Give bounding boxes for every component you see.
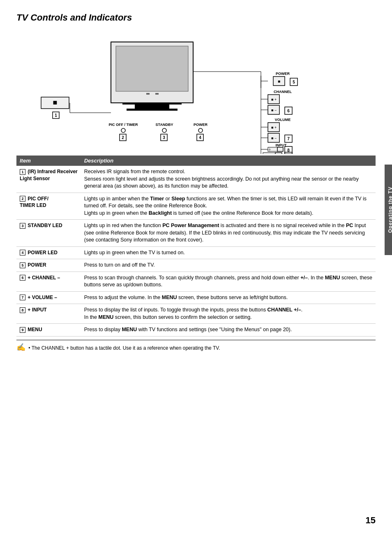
item-label: 4 POWER LED [16, 246, 81, 259]
svg-text:■ +: ■ + [271, 98, 277, 102]
item-number: 1 [20, 169, 25, 175]
svg-text:■ −: ■ − [271, 108, 277, 112]
svg-rect-54 [275, 153, 282, 154]
item-label: 5 POWER [16, 259, 81, 272]
svg-text:■: ■ [278, 79, 280, 84]
item-label: 7 + VOLUME – [16, 291, 81, 304]
table-header-item: Item [16, 156, 81, 166]
table-row: 6 + CHANNEL – Press to scan through chan… [16, 272, 376, 291]
item-description: Press to scan through channels. To scan … [81, 272, 376, 291]
table-row: 8 + INPUT Press to display the list of i… [16, 304, 376, 324]
item-label: 6 + CHANNEL – [16, 272, 81, 291]
table-row: 1 (IR) Infrared Receiver Light Sensor Re… [16, 166, 376, 193]
table-row: 5 POWER Press to turn on and off the TV. [16, 259, 376, 272]
svg-text:POWER: POWER [276, 72, 290, 76]
svg-rect-5 [116, 46, 188, 91]
item-label: 3 STANDBY LED [16, 220, 81, 247]
table-row: 9 MENU Press to display MENU with TV fun… [16, 324, 376, 337]
svg-text:■: ■ [53, 98, 58, 107]
svg-text:4: 4 [199, 135, 201, 140]
svg-rect-7 [155, 93, 159, 95]
svg-text:7: 7 [287, 137, 290, 141]
item-description: Press to display the list of inputs. To … [81, 304, 376, 324]
item-label: 8 + INPUT [16, 304, 81, 324]
item-label: 1 (IR) Infrared Receiver Light Sensor [16, 166, 81, 193]
item-number: 2 [20, 196, 25, 202]
side-tab: Operating the TV [385, 165, 392, 255]
page-number: 15 [366, 515, 376, 526]
item-description: Press to display MENU with TV functions … [81, 324, 376, 337]
item-description: Press to turn on and off the TV. [81, 259, 376, 272]
svg-text:■ −: ■ − [271, 136, 277, 140]
item-label: 9 MENU [16, 324, 81, 337]
item-description: Lights up in green when the TV is turned… [81, 246, 376, 259]
svg-rect-6 [146, 93, 150, 95]
svg-rect-8 [122, 103, 182, 104]
controls-table: Item Description 1 (IR) Infrared Receive… [16, 156, 376, 337]
svg-rect-9 [135, 104, 169, 109]
item-description: Receives IR signals from the remote cont… [81, 166, 376, 193]
table-row: 2 PIC OFF/TIMER LED Lights up in amber w… [16, 193, 376, 220]
item-description: Lights up in red when the function PC Po… [81, 220, 376, 247]
item-label: 2 PIC OFF/TIMER LED [16, 193, 81, 220]
item-number: 3 [20, 223, 25, 229]
item-number: 5 [20, 262, 25, 268]
table-row: 4 POWER LED Lights up in green when the … [16, 246, 376, 259]
svg-text:5: 5 [293, 80, 295, 84]
item-description: Press to adjust the volume. In the MENU … [81, 291, 376, 304]
svg-rect-49 [277, 147, 283, 151]
svg-text:3: 3 [163, 135, 165, 140]
table-row: 3 STANDBY LED Lights up in red when the … [16, 220, 376, 247]
svg-text:STANDBY: STANDBY [156, 123, 173, 127]
diagram-area: ■ 1 PIC OFF / TIMER 2 STANDBY 3 POWER [16, 30, 376, 154]
tv-diagram-svg: ■ 1 PIC OFF / TIMER 2 STANDBY 3 POWER [16, 30, 378, 154]
svg-text:PIC OFF / TIMER: PIC OFF / TIMER [109, 123, 138, 127]
svg-text:VOLUME: VOLUME [275, 118, 291, 122]
svg-text:2: 2 [122, 135, 124, 140]
note-section: ✍ • The CHANNEL + button has a tactile d… [16, 340, 376, 352]
svg-text:■ +: ■ + [271, 125, 277, 130]
svg-text:6: 6 [287, 109, 290, 113]
item-number: 8 [20, 307, 25, 313]
note-text: • The CHANNEL + button has a tactile dot… [28, 345, 220, 351]
table-header-description: Description [81, 156, 376, 166]
svg-text:MENU: MENU [263, 153, 272, 154]
table-row: 7 + VOLUME – Press to adjust the volume.… [16, 291, 376, 304]
svg-rect-10 [127, 109, 178, 111]
svg-text:CHANNEL: CHANNEL [274, 90, 292, 94]
note-icon: ✍ [16, 343, 25, 351]
item-number: 7 [20, 295, 25, 300]
svg-text:1: 1 [55, 113, 57, 118]
svg-point-14 [121, 128, 125, 132]
svg-point-22 [198, 128, 203, 132]
item-number: 6 [20, 275, 25, 281]
svg-text:POWER: POWER [194, 123, 208, 127]
svg-point-18 [162, 128, 166, 132]
item-number: 9 [20, 327, 25, 333]
item-description: Lights up in amber when the Timer or Sle… [81, 193, 376, 220]
page-title: TV Controls and Indicators [16, 12, 376, 23]
item-number: 4 [20, 250, 25, 255]
